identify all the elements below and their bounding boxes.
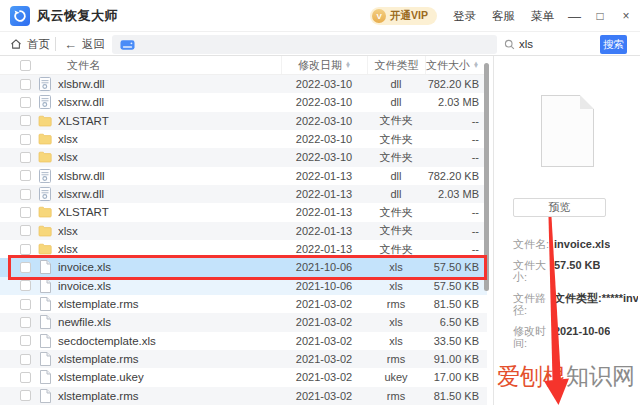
file-date: 2021-03-02 (281, 298, 367, 310)
file-type: 文件夹 (367, 242, 425, 257)
maximize-button[interactable]: □ (594, 9, 606, 23)
close-button[interactable]: × (620, 9, 632, 23)
select-all-checkbox[interactable] (20, 60, 31, 71)
nav-divider (55, 37, 56, 51)
file-size: 57.50 KB (425, 280, 487, 292)
table-row[interactable]: secdoctemplate.xls2021-03-02xls33.50 KB (0, 332, 487, 350)
table-row[interactable]: xlsx2022-01-13文件夹-- (0, 222, 487, 240)
table-header: 文件名 修改日期 ▲▼ 文件类型 文件大小 ▲▼ (0, 56, 487, 75)
table-row[interactable]: xlsbrw.dll2022-03-10dll782.20 KB (0, 75, 487, 93)
folder-icon (38, 113, 52, 128)
row-checkbox[interactable] (20, 335, 31, 346)
row-checkbox[interactable] (20, 262, 31, 273)
row-checkbox[interactable] (20, 317, 31, 328)
preview-document-icon (541, 95, 594, 167)
path-bar[interactable] (112, 35, 497, 54)
file-type: rms (367, 298, 425, 310)
row-checkbox[interactable] (20, 79, 31, 90)
file-icon (38, 260, 52, 275)
table-row[interactable]: xlstemplate.rms2021-03-02rms81.50 KB (0, 295, 487, 313)
sort-icon[interactable]: ▲▼ (473, 62, 479, 69)
file-type: xls (367, 280, 425, 292)
row-checkbox[interactable] (20, 354, 31, 365)
file-date: 2021-03-02 (281, 335, 367, 347)
row-checkbox[interactable] (20, 390, 31, 401)
dll-file-icon (38, 77, 52, 92)
table-row[interactable]: invoice.xls2021-10-06xls57.50 KB (0, 277, 487, 295)
file-size: 91.00 KB (425, 353, 487, 365)
table-row[interactable]: xlstemplate.rms2021-03-02rms91.00 KB (0, 350, 487, 368)
folder-icon (38, 242, 52, 257)
table-row[interactable]: XLSTART2022-03-10文件夹-- (0, 112, 487, 130)
file-type: dll (367, 170, 425, 182)
table-row[interactable]: XLSTART2022-01-13文件夹-- (0, 203, 487, 221)
vip-label: 开通VIP (390, 9, 428, 23)
file-size: 81.50 KB (425, 298, 487, 310)
search-button[interactable]: 搜索 (600, 35, 627, 54)
row-checkbox[interactable] (20, 97, 31, 108)
row-checkbox[interactable] (20, 207, 31, 218)
table-row[interactable]: newfile.xls2021-03-02xls6.50 KB (0, 313, 487, 331)
vertical-scrollbar[interactable] (484, 63, 489, 291)
row-checkbox[interactable] (20, 152, 31, 163)
support-link[interactable]: 客服 (492, 9, 515, 24)
table-row[interactable]: xlsx2022-01-13文件夹-- (0, 240, 487, 258)
row-checkbox[interactable] (20, 280, 31, 291)
folder-icon (38, 223, 52, 238)
preview-button[interactable]: 预览 (513, 198, 606, 217)
header-modified-date[interactable]: 修改日期 ▲▼ (281, 56, 367, 74)
row-checkbox[interactable] (20, 372, 31, 383)
home-button[interactable]: 首页 (10, 33, 50, 55)
file-icon (38, 315, 52, 330)
table-row[interactable]: invoice.xls2021-10-06xls57.50 KB (0, 258, 487, 276)
file-size: -- (425, 225, 487, 237)
preview-panel: 预览 文件名: invoice.xls 文件大小: 57.50 KB 文件路径:… (493, 56, 640, 405)
table-row[interactable]: xlstemplate.rms2021-03-02rms81.50 KB (0, 387, 487, 405)
row-checkbox[interactable] (20, 189, 31, 200)
login-link[interactable]: 登录 (453, 9, 476, 24)
file-date: 2022-03-10 (281, 151, 367, 163)
search-input[interactable]: xls (504, 33, 533, 55)
row-checkbox[interactable] (20, 299, 31, 310)
table-row[interactable]: xlstemplate.ukey2021-03-02ukey17.00 KB (0, 368, 487, 386)
vip-button[interactable]: V 开通VIP (370, 7, 437, 25)
file-date: 2021-10-06 (281, 261, 367, 273)
file-name: xlsxrw.dll (58, 188, 281, 200)
row-checkbox[interactable] (20, 115, 31, 126)
file-name: secdoctemplate.xls (58, 335, 281, 347)
row-checkbox[interactable] (20, 244, 31, 255)
file-date: 2021-03-02 (281, 316, 367, 328)
file-size: 782.20 KB (425, 170, 487, 182)
file-name: xlsxrw.dll (58, 96, 281, 108)
table-row[interactable]: xlsxrw.dll2022-01-13dll2.03 MB (0, 185, 487, 203)
header-file-size[interactable]: 文件大小 ▲▼ (425, 56, 487, 74)
file-date: 2022-03-10 (281, 96, 367, 108)
menu-link[interactable]: 菜单 (531, 9, 554, 24)
file-type: 文件夹 (367, 205, 425, 220)
file-date: 2022-03-10 (281, 133, 367, 145)
table-row[interactable]: xlsx2022-03-10文件夹-- (0, 148, 487, 166)
back-button[interactable]: ← 返回 (64, 33, 105, 55)
header-file-type[interactable]: 文件类型 (367, 56, 425, 74)
sort-icon[interactable]: ▲▼ (345, 62, 351, 69)
file-date: 2022-03-10 (281, 78, 367, 90)
file-name: xlsx (58, 243, 281, 255)
file-icon (38, 297, 52, 312)
header-file-name[interactable]: 文件名 (67, 58, 281, 73)
watermark: 爱刨根知识网 (497, 361, 635, 392)
file-size: 57.50 KB (425, 261, 487, 273)
row-checkbox[interactable] (20, 170, 31, 181)
home-label: 首页 (27, 37, 50, 52)
minimize-button[interactable]: — (568, 9, 580, 24)
page-fold-corner (580, 95, 594, 109)
folder-icon (38, 205, 52, 220)
file-name: xlsx (58, 225, 281, 237)
file-name: xlstemplate.rms (58, 353, 281, 365)
file-name: invoice.xls (58, 280, 281, 292)
table-row[interactable]: xlsx2022-03-10文件夹-- (0, 130, 487, 148)
dll-file-icon (38, 168, 52, 183)
table-row[interactable]: xlsbrw.dll2022-01-13dll782.20 KB (0, 167, 487, 185)
row-checkbox[interactable] (20, 134, 31, 145)
table-row[interactable]: xlsxrw.dll2022-03-10dll2.03 MB (0, 93, 487, 111)
row-checkbox[interactable] (20, 225, 31, 236)
